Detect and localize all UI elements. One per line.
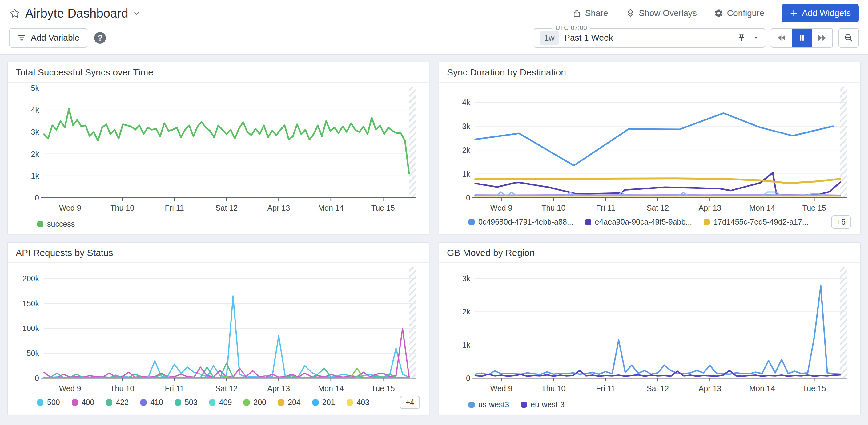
widget-sync-duration-by-destination: Sync Duration by Destination 01k2k3k4kWe… [439,62,861,234]
chart-legend: 0c49680d-4791-4ebb-a88...e4aea90a-90ca-4… [439,215,860,234]
svg-text:Fri 11: Fri 11 [165,204,184,212]
chart-legend: us-west3eu-west-3 [439,399,860,415]
svg-text:1k: 1k [462,170,471,178]
legend-label: 204 [288,398,301,407]
pause-button[interactable] [792,29,812,47]
configure-label: Configure [727,8,764,18]
favorite-star-button[interactable] [9,8,20,19]
rewind-icon [777,33,786,43]
legend-more-badge[interactable]: +4 [400,396,420,409]
legend-item[interactable]: 422 [106,398,129,407]
add-variable-label: Add Variable [31,33,80,43]
fast-forward-button[interactable] [812,29,832,47]
legend-color-chip [312,399,318,405]
svg-text:1k: 1k [31,172,39,180]
legend-label: eu-west-3 [531,400,564,409]
legend-color-chip [37,221,43,227]
timezone-label: UTC-07:00 [552,24,590,31]
widget-title[interactable]: API Requests by Status [8,243,429,263]
svg-text:3k: 3k [31,127,39,136]
pause-icon [797,33,806,42]
svg-text:Tue 15: Tue 15 [802,204,826,212]
legend-label: e4aea90a-90ca-49f5-9abb... [595,217,692,226]
legend-item[interactable]: success [37,220,75,229]
legend-color-chip [106,399,112,405]
svg-text:Wed 9: Wed 9 [59,384,81,393]
legend-color-chip [209,399,215,405]
time-range-picker[interactable]: UTC-07:00 1w Past 1 Week [534,28,765,48]
legend-label: 409 [219,398,232,407]
legend-item[interactable]: e4aea90a-90ca-49f5-9abb... [585,217,692,226]
svg-text:Apr 13: Apr 13 [268,204,290,212]
share-label: Share [585,8,608,18]
title-dropdown-button[interactable] [133,9,141,17]
legend-item[interactable]: 0c49680d-4791-4ebb-a88... [468,217,574,226]
widget-title[interactable]: GB Moved by Region [439,243,860,263]
header-actions: Share Show Overlays Configure [572,4,859,23]
zoom-out-button[interactable] [838,28,859,48]
legend-color-chip [278,399,284,405]
legend-color-chip [141,399,147,405]
legend-label: 422 [116,398,129,407]
widget-title[interactable]: Sync Duration by Destination [439,62,860,83]
legend-label: success [47,220,75,229]
svg-text:Wed 9: Wed 9 [490,384,513,393]
caret-down-icon[interactable] [753,35,759,41]
playback-controls [771,28,833,48]
dashboard-header: Airbyte Dashboard Share [0,0,868,55]
time-picker-icons [737,33,759,42]
widget-title[interactable]: Total Successful Syncs over Time [8,62,429,83]
svg-text:Apr 13: Apr 13 [268,384,290,393]
add-variable-button[interactable]: Add Variable [9,28,87,48]
legend-item[interactable]: 200 [244,398,266,407]
legend-item[interactable]: 500 [37,398,60,407]
svg-text:3k: 3k [462,274,471,283]
add-widgets-button[interactable]: Add Widgets [781,4,859,23]
line-chart-gb-moved[interactable]: 01k2k3kWed 9Thu 10Fri 11Sat 12Apr 13Mon … [439,263,860,399]
show-overlays-button[interactable]: Show Overlays [625,8,697,18]
svg-text:3k: 3k [462,122,471,130]
legend-item[interactable]: 403 [347,398,369,407]
svg-text:Mon 14: Mon 14 [749,384,775,393]
legend-label: 403 [356,398,369,407]
line-chart-sync-duration[interactable]: 01k2k3k4kWed 9Thu 10Fri 11Sat 12Apr 13Mo… [439,83,860,215]
share-button[interactable]: Share [572,8,608,18]
legend-label: 400 [82,398,94,407]
legend-more-badge[interactable]: +6 [831,215,851,229]
line-chart-api-requests[interactable]: 050k100k150k200kWed 9Thu 10Fri 11Sat 12A… [8,263,429,395]
configure-button[interactable]: Configure [714,8,764,18]
legend-color-chip [244,399,250,405]
rewind-button[interactable] [771,29,792,47]
svg-text:0: 0 [35,374,39,383]
legend-item[interactable]: 17d1455c-7ed5-49d2-a17... [704,217,809,226]
legend-label: 503 [185,398,197,407]
svg-text:Fri 11: Fri 11 [165,384,184,393]
svg-text:Thu 10: Thu 10 [541,204,565,212]
svg-text:100k: 100k [23,324,39,333]
svg-text:50k: 50k [27,349,39,358]
share-icon [572,9,582,18]
legend-label: us-west3 [478,400,509,409]
time-controls: UTC-07:00 1w Past 1 Week [534,28,859,48]
legend-label: 0c49680d-4791-4ebb-a88... [478,217,574,226]
help-button[interactable]: ? [94,32,106,44]
legend-color-chip [704,219,710,225]
legend-item[interactable]: 409 [209,398,232,407]
svg-text:Wed 9: Wed 9 [59,204,81,212]
legend-item[interactable]: 201 [312,398,335,407]
line-chart-total-successful-syncs[interactable]: 01k2k3k4k5kWed 9Thu 10Fri 11Sat 12Apr 13… [8,83,429,219]
legend-item[interactable]: us-west3 [468,400,509,409]
legend-item[interactable]: eu-west-3 [521,400,564,409]
pin-icon[interactable] [737,33,746,42]
legend-item[interactable]: 400 [72,398,94,407]
svg-text:4k: 4k [462,98,471,107]
svg-text:0: 0 [35,193,39,202]
legend-item[interactable]: 503 [175,398,197,407]
svg-text:5k: 5k [31,84,39,92]
svg-text:Sat 12: Sat 12 [647,204,669,212]
svg-text:Thu 10: Thu 10 [110,384,134,393]
legend-label: 500 [47,398,60,407]
legend-item[interactable]: 410 [141,398,163,407]
legend-color-chip [72,399,78,405]
legend-item[interactable]: 204 [278,398,301,407]
